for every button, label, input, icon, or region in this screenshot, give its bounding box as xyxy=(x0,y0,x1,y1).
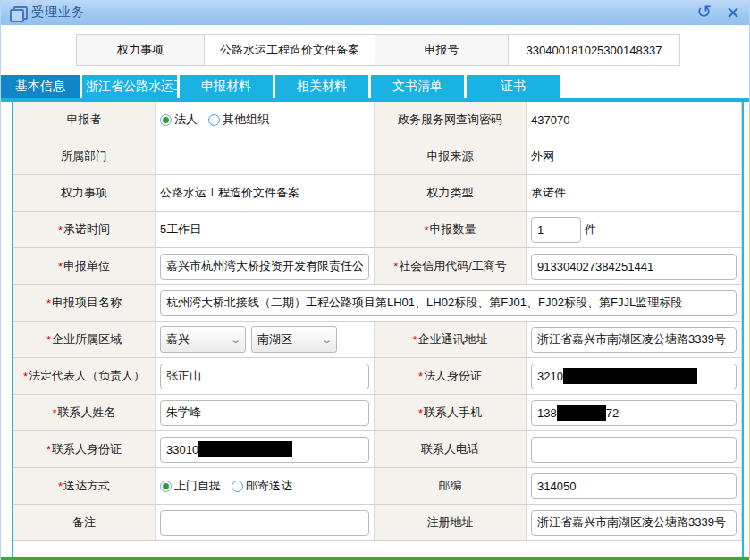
remark-input[interactable] xyxy=(160,510,369,536)
title-bar: 受理业务 ↺ ✕ xyxy=(1,0,749,25)
region-cell: 嘉兴⌄ 南湖区⌄ xyxy=(156,322,375,358)
contact-mobile-cell: 13872 xyxy=(527,395,742,431)
reg-address-label: 注册地址 xyxy=(375,505,527,541)
contact-id-input[interactable]: 33010 xyxy=(160,437,369,463)
address-label: *企业通讯地址 xyxy=(375,322,527,358)
radio-other-org-label: 其他组织 xyxy=(223,112,269,128)
contact-mobile-input[interactable]: 13872 xyxy=(531,400,737,426)
credit-code-input[interactable] xyxy=(531,254,737,280)
address-input[interactable] xyxy=(531,327,737,353)
legal-person-input[interactable] xyxy=(160,364,369,389)
postcode-input[interactable] xyxy=(531,473,737,499)
redaction-bar xyxy=(563,368,697,384)
contact-name-input[interactable] xyxy=(160,400,369,426)
power-item-label: 权力事项 xyxy=(13,175,156,212)
city-select[interactable]: 嘉兴⌄ xyxy=(160,326,246,353)
tab-bar: 基本信息 浙江省公路水运工 申报材料 相关材料 文书清单 证书 xyxy=(1,75,749,102)
accept-business-window: 受理业务 ↺ ✕ 权力事项 公路水运工程造价文件备案 申报号 330400181… xyxy=(0,0,750,560)
contact-phone-cell xyxy=(527,431,742,468)
declarant-label: 申报者 xyxy=(13,102,156,138)
region-label: *企业所属区域 xyxy=(13,322,156,358)
company-input[interactable] xyxy=(160,254,369,280)
remark-cell xyxy=(156,505,375,541)
contact-id-label: *联系人身份证 xyxy=(13,431,156,468)
tab-related-materials[interactable]: 相关材料 xyxy=(275,75,368,98)
quantity-label: *申报数量 xyxy=(375,212,527,248)
legal-id-input[interactable]: 3210 xyxy=(531,364,737,389)
radio-mail-delivery-label: 邮寄送达 xyxy=(246,478,292,494)
power-item-header-label: 权力事项 xyxy=(76,34,205,66)
legal-person-label: *法定代表人（负责人） xyxy=(13,358,156,395)
radio-self-pickup[interactable] xyxy=(160,481,172,492)
radio-legal-person[interactable] xyxy=(160,114,172,126)
declaration-no-value: 330400181025300148337 xyxy=(508,34,680,66)
chevron-down-icon: ⌄ xyxy=(321,334,333,346)
tab-certificate[interactable]: 证书 xyxy=(467,75,560,98)
declaration-no-label: 申报号 xyxy=(375,34,509,66)
quantity-cell: 件 xyxy=(527,212,742,248)
refresh-icon[interactable]: ↺ xyxy=(696,3,712,21)
legal-person-cell xyxy=(156,358,375,395)
contact-phone-input[interactable] xyxy=(531,437,737,463)
legal-id-cell: 3210 xyxy=(527,358,742,395)
declarant-radio-group: 法人 其他组织 xyxy=(156,102,375,138)
tab-document-list[interactable]: 文书清单 xyxy=(371,75,464,98)
basic-info-form: 申报者 法人 其他组织 政务服务网查询密码 437070 所属部门 申报来源 外… xyxy=(13,102,742,559)
contact-name-cell xyxy=(156,395,375,431)
gov-password-label: 政务服务网查询密码 xyxy=(375,102,527,138)
gov-password-value: 437070 xyxy=(527,102,742,138)
postcode-label: 邮编 xyxy=(375,468,527,505)
delivery-label: *送达方式 xyxy=(13,468,156,505)
remark-label: 备注 xyxy=(13,505,156,541)
quantity-input[interactable] xyxy=(531,217,581,243)
radio-legal-person-label: 法人 xyxy=(174,112,198,128)
contact-phone-label: 联系人电话 xyxy=(375,431,527,468)
postcode-cell xyxy=(527,468,742,505)
power-item-header-value: 公路水运工程造价文件备案 xyxy=(204,34,375,66)
radio-other-org[interactable] xyxy=(208,114,220,126)
form-body: 申报者 法人 其他组织 政务服务网查询密码 437070 所属部门 申报来源 外… xyxy=(1,102,749,559)
project-name-label: *申报项目名称 xyxy=(13,285,156,322)
legal-id-label: *法人身份证 xyxy=(375,358,527,395)
district-select[interactable]: 南湖区⌄ xyxy=(251,326,337,353)
close-icon[interactable]: ✕ xyxy=(726,4,740,21)
promise-time-value: 5工作日 xyxy=(156,212,375,248)
tab-declaration-materials[interactable]: 申报材料 xyxy=(180,75,273,98)
company-label: *申报单位 xyxy=(13,248,156,285)
chevron-down-icon: ⌄ xyxy=(230,334,241,346)
declaration-header: 权力事项 公路水运工程造价文件备案 申报号 330400181025300148… xyxy=(76,34,749,66)
right-margin xyxy=(744,102,749,559)
delivery-radio-group: 上门自提 邮寄送达 xyxy=(156,468,375,505)
window-icon xyxy=(10,6,25,20)
company-cell xyxy=(156,248,375,285)
left-margin xyxy=(1,102,12,559)
source-label: 申报来源 xyxy=(375,138,527,175)
credit-code-label: *社会信用代码/工商号 xyxy=(375,248,527,285)
project-name-cell xyxy=(156,285,742,322)
power-type-value: 承诺件 xyxy=(527,175,742,212)
radio-mail-delivery[interactable] xyxy=(232,481,243,492)
department-label: 所属部门 xyxy=(13,138,156,175)
power-type-label: 权力类型 xyxy=(375,175,527,212)
address-cell xyxy=(527,322,742,358)
reg-address-input[interactable] xyxy=(531,510,737,536)
window-title: 受理业务 xyxy=(31,4,85,21)
source-value: 外网 xyxy=(527,138,742,175)
power-item-value: 公路水运工程造价文件备案 xyxy=(156,175,375,212)
reg-address-cell xyxy=(527,505,742,541)
redaction-bar xyxy=(557,405,606,421)
contact-id-cell: 33010 xyxy=(156,431,375,468)
quantity-unit: 件 xyxy=(585,221,596,238)
tab-basic-info[interactable]: 基本信息 xyxy=(1,75,80,98)
credit-code-cell xyxy=(527,248,742,285)
redaction-bar xyxy=(198,441,292,457)
department-value xyxy=(156,138,375,175)
contact-name-label: *联系人姓名 xyxy=(13,395,156,431)
tab-zhejiang-highway[interactable]: 浙江省公路水运工 xyxy=(82,75,177,98)
project-name-input[interactable] xyxy=(160,290,737,316)
radio-self-pickup-label: 上门自提 xyxy=(174,478,221,494)
contact-mobile-label: *联系人手机 xyxy=(375,395,527,431)
promise-time-label: *承诺时间 xyxy=(13,212,156,248)
